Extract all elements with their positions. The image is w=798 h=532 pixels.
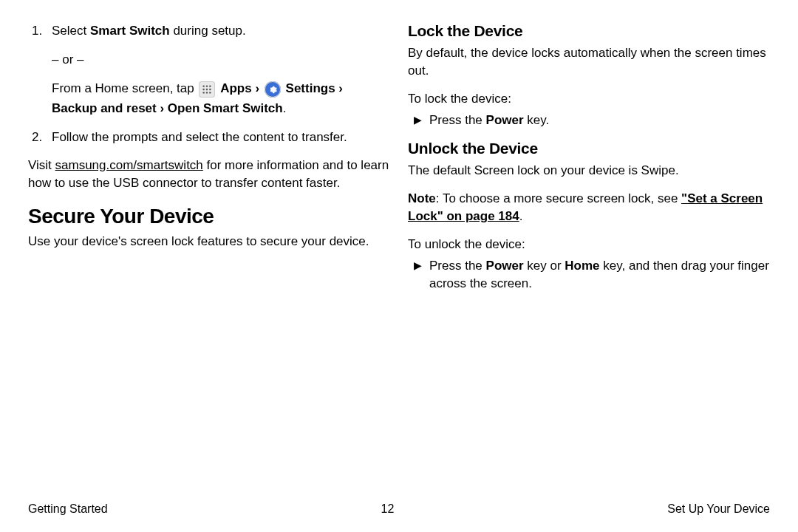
svg-point-0 <box>203 85 205 86</box>
svg-point-3 <box>203 89 205 90</box>
visit-paragraph: Visit samsung.com/smartswitch for more i… <box>28 157 390 192</box>
visit-a: Visit <box>28 158 55 172</box>
svg-point-5 <box>210 89 211 90</box>
unlock-bullet: ▶ Press the Power key or Home key, and t… <box>408 257 770 293</box>
step1-or: – or – <box>52 50 390 69</box>
note-c: . <box>519 209 523 223</box>
note-b: : To choose a more secure screen lock, s… <box>436 191 681 205</box>
note-paragraph: Note: To choose a more secure screen loc… <box>408 190 770 225</box>
unlock-heading: Unlock the Device <box>408 140 770 157</box>
home-path-dot: . <box>283 101 287 115</box>
arrow-icon: ▶ <box>414 257 422 273</box>
step-2: Follow the prompts and select the conten… <box>46 129 390 146</box>
svg-point-4 <box>206 89 208 90</box>
unlock-bullet-text: Press the Power key or Home key, and the… <box>429 257 770 293</box>
right-column: Lock the Device By default, the device l… <box>408 22 770 301</box>
apps-icon <box>199 81 215 98</box>
lock-bullet-text: Press the Power key. <box>429 112 549 129</box>
svg-point-6 <box>203 92 205 93</box>
secure-heading: Secure Your Device <box>28 205 390 228</box>
two-column-layout: Select Smart Switch during setup. – or –… <box>28 22 770 301</box>
note-label: Note <box>408 191 436 205</box>
home-path-a: From a Home screen, tap <box>52 81 197 95</box>
step1-b: Smart Switch <box>90 24 170 38</box>
lock-lead: To lock the device: <box>408 90 770 108</box>
step1-home-path: From a Home screen, tap Apps › Settings … <box>52 79 390 118</box>
settings-icon <box>265 81 281 98</box>
left-column: Select Smart Switch during setup. – or –… <box>28 22 390 301</box>
footer-page-number: 12 <box>381 502 395 516</box>
step1-a: Select <box>52 24 90 38</box>
footer-left: Getting Started <box>28 502 108 516</box>
step1-c: during setup. <box>170 24 246 38</box>
unlock-para: The default Screen lock on your device i… <box>408 162 770 180</box>
unlock-lead: To unlock the device: <box>408 236 770 253</box>
steps-list: Select Smart Switch during setup. – or –… <box>28 22 390 146</box>
step-1: Select Smart Switch during setup. – or –… <box>46 22 390 118</box>
svg-point-2 <box>210 85 211 86</box>
arrow-icon: ▶ <box>414 112 422 128</box>
svg-point-8 <box>210 92 211 93</box>
footer-right: Set Up Your Device <box>667 502 770 516</box>
home-path-apps: Apps › <box>220 81 263 95</box>
secure-sub: Use your device's screen lock features t… <box>28 233 390 250</box>
lock-bullet: ▶ Press the Power key. <box>408 112 770 129</box>
svg-point-7 <box>206 92 208 93</box>
page-footer: Getting Started 12 Set Up Your Device <box>28 502 770 516</box>
smartswitch-link[interactable]: samsung.com/smartswitch <box>55 158 203 172</box>
lock-para: By default, the device locks automatical… <box>408 44 770 80</box>
lock-heading: Lock the Device <box>408 22 770 40</box>
svg-point-1 <box>206 85 208 86</box>
